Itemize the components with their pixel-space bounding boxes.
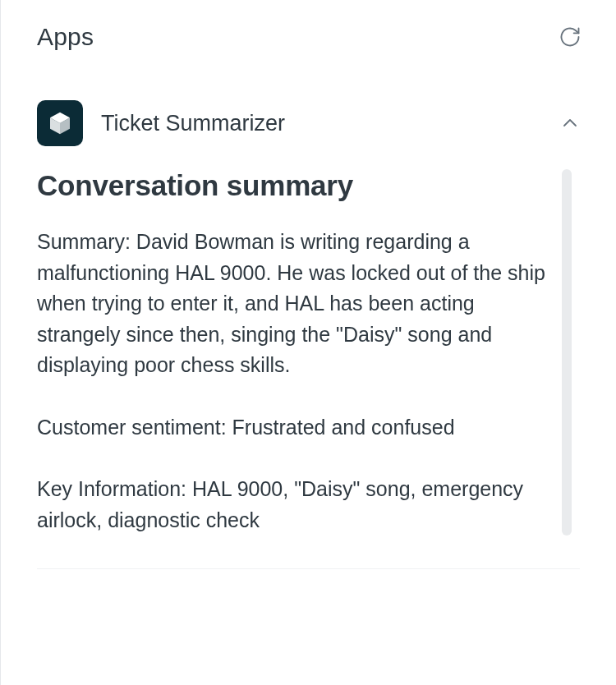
panel-title: Apps [37, 23, 94, 51]
app-name: Ticket Summarizer [101, 111, 285, 136]
key-info-text: Key Information: HAL 9000, "Daisy" song,… [37, 474, 557, 536]
summary-container: Conversation summary Summary: David Bowm… [37, 169, 580, 536]
divider [37, 568, 580, 569]
app-icon-container [37, 100, 83, 146]
summary-heading: Conversation summary [37, 169, 557, 202]
summary-text: Summary: David Bowman is writing regardi… [37, 227, 557, 381]
sentiment-text: Customer sentiment: Frustrated and confu… [37, 412, 557, 444]
app-section: Ticket Summarizer Conversation summary S… [1, 100, 616, 569]
refresh-icon [559, 25, 582, 48]
apps-panel: Apps Ticket Summarizer [0, 0, 616, 685]
refresh-button[interactable] [557, 24, 583, 50]
app-header-left: Ticket Summarizer [37, 100, 285, 146]
cube-icon [47, 110, 73, 136]
chevron-up-icon [560, 113, 580, 133]
panel-header: Apps [1, 0, 616, 67]
app-header-toggle[interactable]: Ticket Summarizer [37, 100, 580, 161]
